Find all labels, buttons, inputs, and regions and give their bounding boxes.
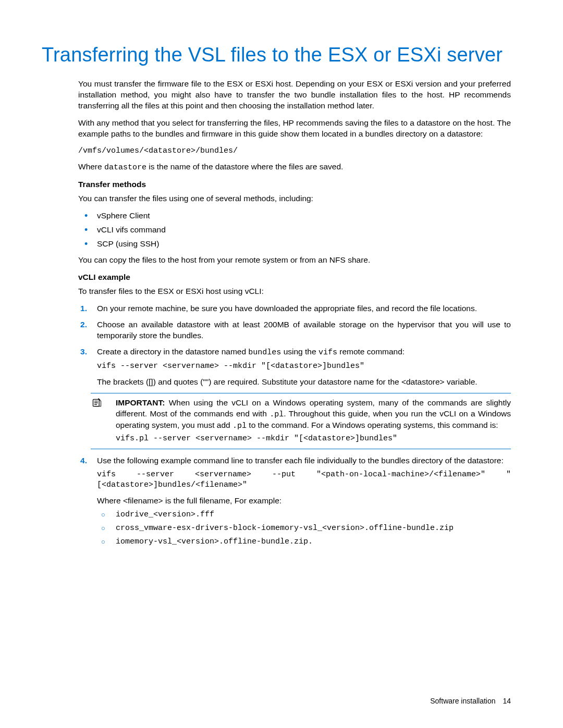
code-inline: .pl	[270, 410, 284, 419]
list-item: Choose an available datastore with at le…	[78, 319, 511, 341]
paragraph: You can copy the files to the host from …	[78, 255, 511, 266]
subheading-transfer-methods: Transfer methods	[78, 179, 511, 190]
text: remote command:	[337, 347, 405, 356]
list-item: SCP (using SSH)	[78, 239, 511, 250]
numbered-list: On your remote machine, be sure you have…	[78, 303, 511, 548]
code-inline: .pl	[232, 422, 247, 430]
important-icon	[92, 398, 102, 408]
code-path: /vmfs/volumes/<datastore>/bundles/	[78, 146, 511, 156]
paragraph: You can transfer the files using one of …	[78, 193, 511, 204]
list-item: iodrive_<version>.fff	[97, 510, 511, 520]
text: Where	[78, 162, 104, 171]
paragraph: To transfer files to the ESX or ESXi hos…	[78, 286, 511, 297]
text: to the command. For a Windows operating …	[247, 421, 498, 429]
step-text: Create a directory in the datastore name…	[97, 347, 511, 358]
step-text: On your remote machine, be sure you have…	[97, 303, 511, 314]
footer-text: Software installation	[430, 697, 495, 705]
important-callout: IMPORTANT: When using the vCLI on a Wind…	[91, 393, 511, 449]
code-inline: datastore	[104, 163, 146, 172]
subheading-vcli-example: vCLI example	[78, 272, 511, 283]
important-label: IMPORTANT:	[116, 398, 165, 407]
step-text: The brackets ([]) and quotes ("") are re…	[97, 377, 511, 388]
step-text: Use the following example command line t…	[97, 455, 511, 466]
list-item: vSphere Client	[78, 211, 511, 221]
list-item: cross_vmware-esx-drivers-block-iomemory-…	[97, 523, 511, 534]
list-item: vCLI vifs command	[78, 225, 511, 236]
page-title: Transferring the VSL files to the ESX or…	[42, 42, 511, 68]
paragraph: You must transfer the firmware file to t…	[78, 79, 511, 112]
code-command: vifs --server <servername> --mkdir "[<da…	[97, 361, 511, 372]
bullet-list: vSphere Client vCLI vifs command SCP (us…	[78, 211, 511, 250]
list-item: Create a directory in the datastore name…	[78, 347, 511, 449]
page-number: 14	[503, 697, 511, 705]
code-inline: vifs	[319, 348, 337, 357]
text: using the	[281, 347, 319, 356]
code-command: vifs.pl --server <servername> --mkdir "[…	[116, 434, 511, 444]
code-inline: bundles	[248, 348, 281, 357]
list-item: On your remote machine, be sure you have…	[78, 303, 511, 314]
file-list: iodrive_<version>.fff cross_vmware-esx-d…	[97, 510, 511, 548]
page: Transferring the VSL files to the ESX or…	[0, 0, 563, 728]
paragraph: With any method that you select for tran…	[78, 118, 511, 140]
list-item: Use the following example command line t…	[78, 455, 511, 548]
text: is the name of the datastore where the f…	[146, 162, 343, 171]
body: You must transfer the firmware file to t…	[78, 79, 511, 547]
list-item: iomemory-vsl_<version>.offline-bundle.zi…	[97, 537, 511, 547]
page-footer: Software installation 14	[430, 696, 511, 706]
text: Create a directory in the datastore name…	[97, 347, 248, 356]
code-command: vifs --server <servername> --put "<path-…	[97, 470, 511, 491]
step-text: Choose an available datastore with at le…	[97, 319, 511, 341]
step-text: Where <filename> is the full filename, F…	[97, 496, 511, 507]
paragraph: Where datastore is the name of the datas…	[78, 162, 511, 173]
